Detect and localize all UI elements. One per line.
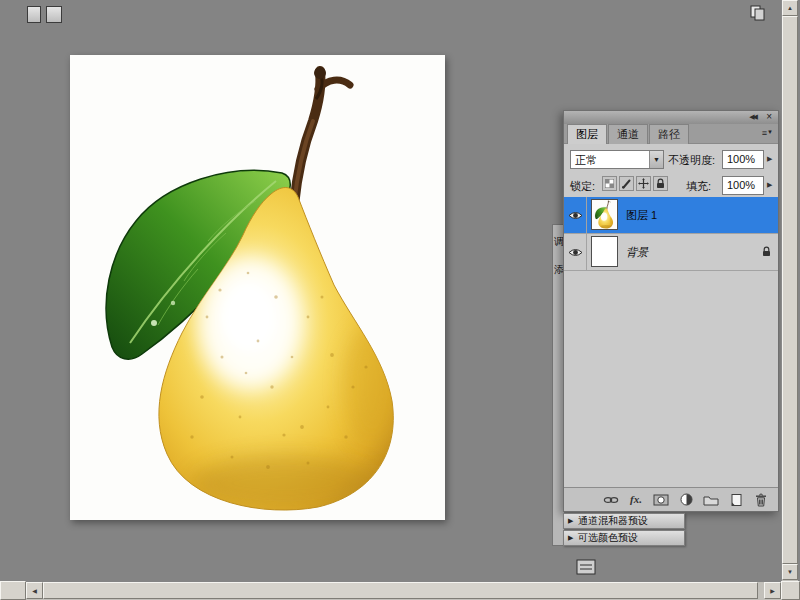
horizontal-scrollbar-thumb[interactable] [43,582,758,599]
layer-style-button[interactable]: fx. [627,492,645,508]
lock-transparency-button[interactable] [602,176,617,191]
grid-icon-glyph [576,559,596,576]
new-layer-icon [730,493,742,507]
panel-menu-icon[interactable]: ≡▼ [762,128,773,138]
toolbar-icon[interactable] [46,6,62,23]
layer-name[interactable]: 背景 [626,245,648,260]
eye-icon [568,247,583,258]
toolbar-icon[interactable] [27,6,41,23]
layer-row[interactable]: 图层 1 [564,197,778,234]
brush-icon [621,178,632,189]
layer-name[interactable]: 图层 1 [626,208,657,223]
visibility-toggle[interactable] [564,197,587,233]
collapse-dock-icon[interactable]: ◀◀ [749,113,756,121]
layer-row[interactable]: 背景 [564,234,778,271]
photoshop-workspace: 调 添 ◀◀ × 图层 通道 路径 ≡▼ 正常 ▼ 不透明度: 100% ▶ [0,0,800,600]
grid-icon[interactable] [576,559,596,576]
lock-row: 锁定: [564,176,778,196]
collapsed-panel-label: 通道混和器预设 [578,515,648,526]
dock-header[interactable]: ◀◀ × [564,111,778,125]
expand-arrow-icon: ▶ [568,514,573,528]
scroll-up-button[interactable]: ▲ [782,0,798,16]
new-layer-button[interactable] [727,492,745,508]
delete-layer-button[interactable] [752,492,770,508]
collapsed-panel-label: 可选颜色预设 [578,532,638,543]
scrollbar-corner [0,581,26,600]
fill-slider-arrow-icon[interactable]: ▶ [767,181,772,189]
scroll-down-button[interactable]: ▼ [782,564,798,580]
scrollbar-corner [781,581,800,600]
fx-icon: fx. [630,494,642,505]
eye-icon [568,210,583,221]
layer-thumbnail[interactable] [591,236,618,267]
lock-label: 锁定: [570,179,595,194]
chain-link-icon [603,494,619,506]
fill-label: 填充: [686,179,711,194]
lock-icon [656,178,665,189]
lock-pixels-button[interactable] [619,176,634,191]
move-icon [638,178,649,189]
tab-layers[interactable]: 图层 [567,124,607,144]
vertical-scrollbar-thumb[interactable] [782,16,798,564]
pages-icon [748,4,766,22]
opacity-input[interactable]: 100% [722,150,764,169]
layer-thumbnail[interactable] [591,199,618,230]
lock-position-button[interactable] [636,176,651,191]
horizontal-scrollbar[interactable]: ◀ ▶ [26,582,781,600]
folder-icon [703,494,719,506]
lock-all-button[interactable] [653,176,668,191]
canvas-document[interactable] [70,55,445,520]
blend-mode-value: 正常 [575,153,597,168]
blend-mode-select[interactable]: 正常 ▼ [570,150,664,169]
fill-input[interactable]: 100% [722,176,764,195]
close-icon[interactable]: × [766,111,772,122]
layer-mask-icon [653,494,669,506]
checkerboard-icon [605,179,614,188]
trash-icon [755,493,767,507]
chevron-down-icon[interactable]: ▼ [649,151,663,168]
tab-channels[interactable]: 通道 [608,124,648,144]
opacity-slider-arrow-icon[interactable]: ▶ [767,155,772,163]
collapsed-panel-channel-mixer-presets[interactable]: ▶ 通道混和器预设 [563,513,685,529]
layers-panel-toolbar: fx. [564,487,778,511]
expand-arrow-icon: ▶ [568,531,573,545]
pear-artwork [70,55,445,520]
tab-paths[interactable]: 路径 [649,124,689,144]
new-adjustment-layer-button[interactable] [677,492,695,508]
opacity-label: 不透明度: [668,153,715,168]
lock-icon [762,246,771,257]
collapsed-panel-selective-color-presets[interactable]: ▶ 可选颜色预设 [563,530,685,546]
visibility-toggle[interactable] [564,234,587,270]
arrange-documents-icon[interactable] [748,4,766,22]
layer-list: 图层 1 背景 [564,197,778,487]
scroll-left-button[interactable]: ◀ [26,582,43,599]
panel-tabs: 图层 通道 路径 ≡▼ [564,124,778,144]
adjustment-circle-icon [680,493,693,506]
blend-mode-row: 正常 ▼ 不透明度: 100% ▶ [564,150,778,170]
pear-thumbnail-art [592,200,617,229]
new-group-button[interactable] [702,492,720,508]
link-layers-button[interactable] [602,492,620,508]
scroll-right-button[interactable]: ▶ [764,582,781,599]
add-layer-mask-button[interactable] [652,492,670,508]
vertical-scrollbar[interactable]: ▲ ▼ [781,0,798,581]
layers-panel: ◀◀ × 图层 通道 路径 ≡▼ 正常 ▼ 不透明度: 100% ▶ 锁定: [563,110,779,512]
